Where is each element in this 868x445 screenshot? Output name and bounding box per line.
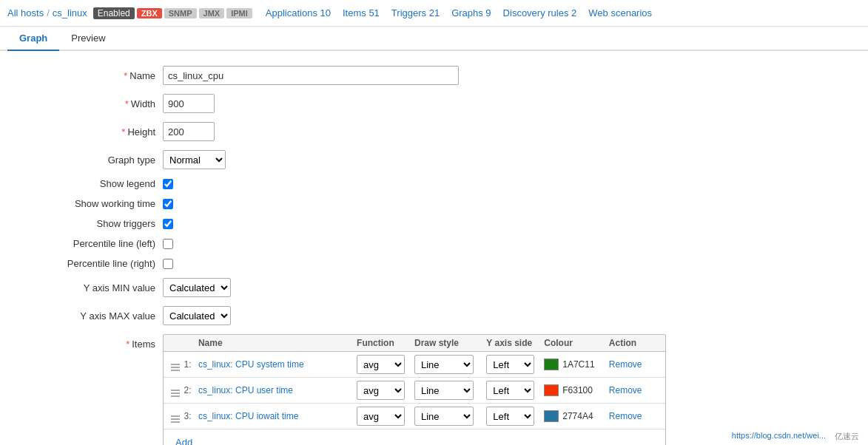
row-drawstyle: Line Filled region Bold line Dot Dashed … xyxy=(414,355,486,374)
show-working-time-checkbox[interactable] xyxy=(163,199,173,209)
row-item-name: cs_linux: CPU system time xyxy=(198,359,357,370)
show-legend-checkbox[interactable] xyxy=(163,179,173,189)
colour-hex: 2774A4 xyxy=(562,411,593,421)
row-action: Remove xyxy=(609,385,659,395)
function-select[interactable]: avg min max all last xyxy=(357,407,405,426)
row-yaxis: Left Right xyxy=(486,407,544,426)
show-legend-label: Show legend xyxy=(44,178,163,189)
col-function-header: Function xyxy=(357,338,414,348)
show-working-time-label: Show working time xyxy=(44,198,163,209)
table-row: 1: cs_linux: CPU system time avg min max… xyxy=(164,352,665,378)
breadcrumb: All hosts / cs_linux xyxy=(7,7,87,18)
form-row-show-working-time: Show working time xyxy=(44,198,853,209)
items-table-header: Name Function Draw style Y axis side Col… xyxy=(164,335,665,352)
col-yaxis-header: Y axis side xyxy=(486,338,544,348)
form-row-graph-type: Graph type NormalStackedPieExploded xyxy=(44,150,853,169)
item-name-link[interactable]: cs_linux: CPU user time xyxy=(198,385,293,395)
draw-style-select[interactable]: Line Filled region Bold line Dot Dashed … xyxy=(414,355,474,374)
host-link[interactable]: cs_linux xyxy=(53,7,87,18)
row-function: avg min max all last xyxy=(357,355,414,374)
tab-graph[interactable]: Graph xyxy=(7,27,59,51)
colour-swatch[interactable] xyxy=(544,359,559,370)
host-link-discovery-rules[interactable]: Discovery rules 2 xyxy=(497,7,583,18)
graph-type-select[interactable]: NormalStackedPieExploded xyxy=(163,150,226,169)
form-row-y-max: Y axis MAX value CalculatedFixedItem xyxy=(44,306,853,325)
y-axis-max-select[interactable]: CalculatedFixedItem xyxy=(163,306,231,325)
row-drawstyle: Line Filled region Bold line Dot Dashed … xyxy=(414,381,486,400)
height-label: *Height xyxy=(44,126,163,137)
host-links: Applications 10Items 51Triggers 21Graphs… xyxy=(260,7,658,18)
remove-link[interactable]: Remove xyxy=(609,385,642,395)
row-action: Remove xyxy=(609,411,659,421)
width-input[interactable] xyxy=(163,94,215,113)
items-rows: 1: cs_linux: CPU system time avg min max… xyxy=(164,352,665,429)
y-axis-min-select[interactable]: CalculatedFixedItem xyxy=(163,278,231,297)
function-select[interactable]: avg min max all last xyxy=(357,355,405,374)
form-row-width: *Width xyxy=(44,94,853,113)
drag-handle[interactable] xyxy=(169,409,184,424)
item-name-link[interactable]: cs_linux: CPU iowait time xyxy=(198,411,298,421)
col-colour-header: Colour xyxy=(544,338,609,348)
y-axis-max-label: Y axis MAX value xyxy=(44,310,163,322)
all-hosts-link[interactable]: All hosts xyxy=(7,7,44,18)
percentile-right-checkbox[interactable] xyxy=(163,259,173,269)
drag-handle[interactable] xyxy=(169,383,184,398)
y-axis-side-select[interactable]: Left Right xyxy=(486,381,534,400)
table-row: 3: cs_linux: CPU iowait time avg min max… xyxy=(164,404,665,429)
percentile-right-label: Percentile line (right) xyxy=(44,258,163,269)
colour-swatch[interactable] xyxy=(544,410,559,422)
name-label: *Name xyxy=(44,70,163,81)
ipmi-badge[interactable]: IPMI xyxy=(226,8,252,18)
form-row-show-triggers: Show triggers xyxy=(44,218,853,229)
tab-preview[interactable]: Preview xyxy=(59,27,117,51)
row-colour: 1A7C11 xyxy=(544,359,609,370)
col-drawstyle-header: Draw style xyxy=(414,338,486,348)
items-table: Name Function Draw style Y axis side Col… xyxy=(163,334,666,445)
footer-link: https://blog.csdn.net/wei... xyxy=(732,431,826,442)
percentile-left-checkbox[interactable] xyxy=(163,239,173,249)
table-row: 2: cs_linux: CPU user time avg min max a… xyxy=(164,378,665,404)
colour-hex: 1A7C11 xyxy=(562,359,594,370)
col-drag-header xyxy=(169,338,184,348)
y-axis-side-select[interactable]: Left Right xyxy=(486,355,534,374)
draw-style-select[interactable]: Line Filled region Bold line Dot Dashed … xyxy=(414,407,474,426)
row-action: Remove xyxy=(609,359,659,370)
col-name-header: Name xyxy=(198,338,357,348)
remove-link[interactable]: Remove xyxy=(609,411,642,421)
remove-link[interactable]: Remove xyxy=(609,359,642,370)
host-link-applications[interactable]: Applications 10 xyxy=(260,7,337,18)
drag-handle[interactable] xyxy=(169,357,184,373)
add-item-row: Add xyxy=(164,429,665,445)
top-navigation: All hosts / cs_linux Enabled ZBX SNMP JM… xyxy=(0,0,868,27)
host-link-triggers[interactable]: Triggers 21 xyxy=(386,7,445,18)
graph-type-label: Graph type xyxy=(44,154,163,166)
height-input[interactable] xyxy=(163,122,215,141)
show-triggers-checkbox[interactable] xyxy=(163,219,173,229)
tabs-bar: Graph Preview xyxy=(0,27,868,51)
function-select[interactable]: avg min max all last xyxy=(357,381,405,400)
colour-swatch[interactable] xyxy=(544,384,559,396)
enabled-badge: Enabled xyxy=(93,7,135,19)
form-row-percentile-left: Percentile line (left) xyxy=(44,238,853,249)
col-action-header: Action xyxy=(609,338,659,348)
snmp-badge[interactable]: SNMP xyxy=(164,8,197,18)
row-num: 1: xyxy=(184,359,198,370)
name-input[interactable] xyxy=(163,66,459,85)
breadcrumb-sep: / xyxy=(47,7,50,18)
row-colour: F63100 xyxy=(544,384,609,396)
host-link-web-scenarios[interactable]: Web scenarios xyxy=(582,7,658,18)
host-link-graphs[interactable]: Graphs 9 xyxy=(445,7,497,18)
row-function: avg min max all last xyxy=(357,381,414,400)
zbx-badge[interactable]: ZBX xyxy=(137,8,162,18)
draw-style-select[interactable]: Line Filled region Bold line Dot Dashed … xyxy=(414,381,474,400)
host-status-badges: Enabled ZBX SNMP JMX IPMI xyxy=(93,7,252,19)
form-row-show-legend: Show legend xyxy=(44,178,853,189)
item-name-link[interactable]: cs_linux: CPU system time xyxy=(198,359,304,370)
jmx-badge[interactable]: JMX xyxy=(199,8,225,18)
row-item-name: cs_linux: CPU user time xyxy=(198,385,357,395)
add-item-link[interactable]: Add xyxy=(169,432,198,445)
form-row-y-min: Y axis MIN value CalculatedFixedItem xyxy=(44,278,853,297)
row-function: avg min max all last xyxy=(357,407,414,426)
host-link-items[interactable]: Items 51 xyxy=(337,7,386,18)
y-axis-side-select[interactable]: Left Right xyxy=(486,407,534,426)
